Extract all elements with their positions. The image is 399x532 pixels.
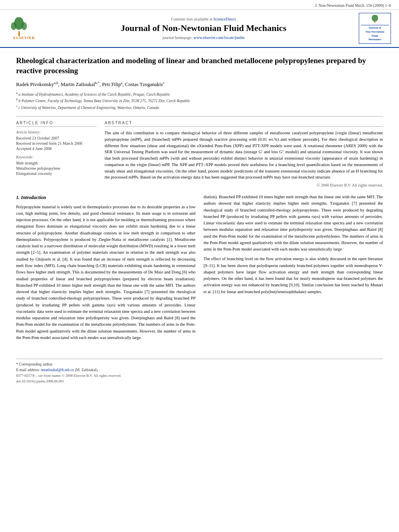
- main-col-left: 1. Introduction Polypropylene material i…: [16, 194, 195, 344]
- journal-title: Journal of Non-Newtonian Fluid Mechanics: [48, 23, 359, 33]
- abstract-text: The aim of this contribution is to compa…: [105, 130, 383, 181]
- keyword-3: Elongational viscosity: [16, 171, 97, 176]
- article-info-column: ARTICLE INFO Article history: Received 2…: [16, 121, 97, 187]
- svg-point-5: [372, 15, 378, 22]
- journal-header: ELSEVIER Contents lists available at Sci…: [0, 10, 399, 48]
- page: J. Non-Newtonian Fluid Mech. 156 (2009) …: [0, 0, 399, 532]
- section1-para2: diation). Branched PP exhibited 10 times…: [204, 194, 383, 253]
- affiliation-b: b b Polymer Centre, Faculty of Technolog…: [16, 97, 383, 104]
- email-note: E-mail address: mzatloukal@ft.utb.cz (M.…: [0, 368, 399, 372]
- article-info-header: ARTICLE INFO: [16, 121, 97, 127]
- copyright-line: © 2008 Elsevier B.V. All rights reserved…: [105, 183, 383, 187]
- received-date: Received 23 October 2007: [16, 136, 97, 140]
- keywords-label: Keywords:: [16, 155, 97, 159]
- abstract-column: ABSTRACT The aim of this contribution is…: [105, 121, 383, 187]
- authors-line: Radek Pivokonskya,b, Martin Zatloukalb,*…: [16, 81, 383, 88]
- elsevier-logo: ELSEVIER: [8, 17, 40, 40]
- accepted-date: Accepted 4 June 2008: [16, 146, 97, 151]
- keyword-1: Melt strength: [16, 161, 97, 165]
- logo-text: Journal ofNon-NewtonianFluidMechanics: [361, 26, 389, 42]
- journal-ref-text: J. Non-Newtonian Fluid Mech. 156 (2009) …: [315, 3, 391, 8]
- issn-doi-line: 0377-0257/$ – see front matter © 2008 El…: [0, 374, 399, 378]
- logo-tree-icon: [369, 15, 381, 23]
- top-reference: J. Non-Newtonian Fluid Mech. 156 (2009) …: [0, 0, 399, 10]
- svg-point-2: [11, 22, 16, 30]
- journal-homepage: journal homepage: www.elsevier.com/locat…: [48, 35, 359, 40]
- article-history-label: Article history:: [16, 130, 97, 134]
- journal-logo-right: Journal ofNon-NewtonianFluidMechanics: [359, 13, 391, 44]
- section1-para3: The effect of branching level on the flo…: [204, 256, 383, 295]
- affiliation-a: a a Institute of Hydrodynamics, Academy …: [16, 91, 383, 97]
- abstract-header: ABSTRACT: [105, 121, 383, 127]
- homepage-link[interactable]: www.elsevier.com/locate/jnnfm: [193, 35, 245, 40]
- svg-rect-6: [374, 21, 375, 23]
- journal-center-header: Contents lists available at ScienceDirec…: [48, 17, 359, 39]
- footer-separator: [16, 359, 383, 359]
- corresponding-note: * Corresponding author.: [0, 362, 399, 366]
- author-email-link[interactable]: mzatloukal@ft.utb.cz: [41, 368, 74, 372]
- affiliation-c: c c University of Waterloo, Department o…: [16, 104, 383, 111]
- main-col-right: diation). Branched PP exhibited 10 times…: [204, 194, 383, 344]
- sciencedirect-link[interactable]: ScienceDirect: [213, 17, 236, 21]
- info-abstract-section: ARTICLE INFO Article history: Received 2…: [16, 116, 383, 187]
- contents-available: Contents lists available at ScienceDirec…: [48, 17, 359, 21]
- journal-logo-box: Journal ofNon-NewtonianFluidMechanics: [359, 13, 391, 44]
- article-title: Rheological characterization and modelin…: [16, 56, 383, 76]
- doi-line: doi:10.1016/j.jnnfm.2008.06.001: [0, 379, 399, 383]
- keyword-2: Metallocene polypropylene: [16, 166, 97, 170]
- section1-para1: Polypropylene material is widely used in…: [16, 204, 195, 341]
- svg-point-3: [21, 22, 27, 30]
- svg-rect-0: [19, 31, 20, 36]
- affiliations: a a Institute of Hydrodynamics, Academy …: [16, 91, 383, 111]
- elsevier-tree-icon: [8, 17, 30, 37]
- main-content: 1. Introduction Polypropylene material i…: [16, 194, 383, 344]
- article-body: Rheological characterization and modelin…: [0, 48, 399, 352]
- section1-title: 1. Introduction: [16, 194, 195, 201]
- revised-date: Received in revised form 21 March 2008: [16, 141, 97, 146]
